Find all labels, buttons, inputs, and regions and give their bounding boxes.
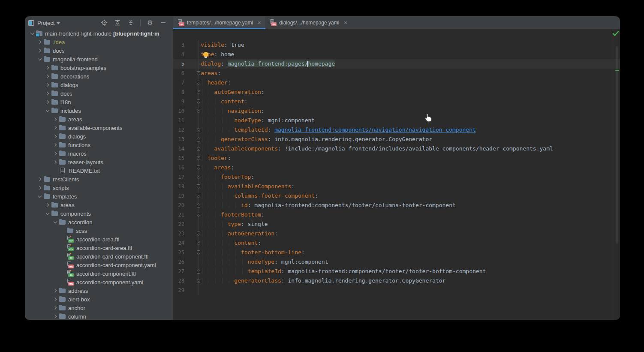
tree-item[interactable]: decorations [25, 72, 173, 81]
tree-item[interactable]: alert-box [25, 295, 173, 304]
code-text[interactable]: tpe: home [199, 50, 620, 59]
chevron-right-icon[interactable] [44, 92, 51, 95]
chevron-down-icon[interactable] [44, 213, 51, 214]
code-text[interactable]: │ │ │ │ │ │ footer-bottom-line: [199, 248, 620, 257]
collapse-all-icon[interactable] [127, 19, 135, 27]
code-line[interactable]: 10│ │ │ │ navigation: [173, 106, 620, 116]
code-text[interactable]: │ │ │ │ │ columns-footer-component: [199, 191, 620, 201]
chevron-right-icon[interactable] [44, 66, 51, 69]
fold-marker-icon[interactable] [196, 241, 201, 246]
fold-marker-icon[interactable] [196, 108, 201, 114]
chevron-right-icon[interactable] [51, 152, 59, 155]
fold-marker-icon[interactable] [196, 193, 201, 199]
code-line[interactable]: 16│ │ areas: [173, 163, 620, 172]
code-line[interactable]: 17│ │ │ footerTop: [173, 172, 620, 182]
tree-item[interactable]: restClients [25, 175, 173, 184]
fold-marker-icon[interactable] [196, 137, 201, 142]
tree-item[interactable]: includes [25, 106, 173, 115]
code-line[interactable]: 27│ │ │ │ │ │ │ templateId: magnolia-fro… [173, 267, 620, 276]
tree-item[interactable]: docs [25, 89, 173, 98]
fold-marker-icon[interactable] [196, 165, 201, 170]
fold-marker-icon[interactable] [196, 71, 201, 76]
fold-marker-icon[interactable] [196, 174, 201, 180]
tree-item[interactable]: areas [25, 115, 173, 123]
code-line[interactable]: 26│ │ │ │ │ │ │ nodeType: mgnl:component [173, 257, 620, 267]
chevron-down-icon[interactable] [36, 196, 44, 197]
tree-item[interactable]: areas [25, 201, 173, 209]
settings-gear-icon[interactable]: ⚙ [146, 19, 154, 27]
code-text[interactable]: │ │ │ │ availableComponents: [199, 182, 620, 191]
code-text[interactable]: │ │ │ │ │ │ id: magnolia-frontend:compon… [199, 201, 620, 210]
expand-all-icon[interactable] [114, 19, 121, 27]
chevron-right-icon[interactable] [44, 75, 51, 78]
tree-item[interactable]: anchor [25, 304, 173, 312]
code-line[interactable]: 13│ │ │ generatorClass: info.magnolia.re… [173, 135, 620, 144]
chevron-right-icon[interactable] [51, 135, 59, 138]
tree-item[interactable]: README.txt [25, 166, 173, 175]
code-line[interactable]: 14│ │ availableComponents: !include:/mag… [173, 144, 620, 153]
code-text[interactable]: │ │ areas: [199, 163, 620, 172]
chevron-right-icon[interactable] [51, 289, 59, 292]
tree-item[interactable]: dialogs [25, 132, 173, 141]
fold-marker-icon[interactable] [196, 90, 201, 95]
code-line[interactable]: 6areas: [173, 69, 620, 78]
code-text[interactable]: │ │ │ │ navigation: [199, 106, 620, 116]
code-line[interactable]: 28│ │ │ │ │ generatorClass: info.magnoli… [173, 276, 620, 286]
chevron-right-icon[interactable] [51, 315, 59, 318]
code-line[interactable]: 4tpe: home [173, 50, 620, 59]
fold-marker-icon[interactable] [196, 184, 201, 189]
code-text[interactable]: areas: [199, 69, 620, 78]
chevron-down-icon[interactable] [57, 22, 60, 24]
code-line[interactable]: 19│ │ │ │ │ columns-footer-component: [173, 191, 620, 201]
editor-tab-1[interactable]: templates/.../homepage.yaml✕ [173, 16, 265, 29]
chevron-right-icon[interactable] [51, 118, 59, 120]
code-line[interactable]: 29 [173, 286, 620, 295]
code-text[interactable]: │ │ │ │ │ generatorClass: info.magnolia.… [199, 276, 620, 286]
chevron-right-icon[interactable] [36, 187, 44, 189]
editor-scrollbar[interactable] [616, 46, 618, 244]
chevron-right-icon[interactable] [44, 204, 51, 206]
project-tree[interactable]: main-frontend-light-module [blueprint-li… [25, 29, 173, 320]
tree-item[interactable]: components [25, 209, 173, 218]
tree-item[interactable]: docs [25, 46, 173, 55]
code-text[interactable]: │ │ │ generatorClass: info.magnolia.rend… [199, 135, 620, 144]
code-line[interactable]: 23│ │ │ │ autoGeneration: [173, 229, 620, 238]
tree-item[interactable]: bootstrap-samples [25, 63, 173, 72]
code-text[interactable]: │ │ │ │ │ │ │ nodeType: mgnl:component [199, 257, 620, 267]
code-line[interactable]: 12│ │ │ │ │ templateId: magnolia-fronten… [173, 125, 620, 135]
chevron-right-icon[interactable] [36, 41, 44, 43]
chevron-right-icon[interactable] [51, 161, 59, 163]
code-line[interactable]: 18│ │ │ │ availableComponents: [173, 182, 620, 191]
code-text[interactable]: │ │ │ │ │ content: [199, 238, 620, 248]
code-line[interactable]: 20│ │ │ │ │ │ id: magnolia-frontend:comp… [173, 201, 620, 210]
code-text[interactable]: │ │ availableComponents: !include:/magno… [199, 144, 620, 153]
tree-item[interactable]: dialogs [25, 81, 173, 89]
code-line[interactable]: 22│ │ │ │ type: single [173, 220, 620, 229]
code-text[interactable]: │ │ autoGeneration: [199, 87, 620, 97]
fold-marker-icon[interactable] [196, 231, 201, 236]
chevron-down-icon[interactable] [44, 110, 51, 111]
code-text[interactable]: │ │ │ │ │ │ │ templateId: magnolia-front… [199, 267, 620, 276]
code-text[interactable]: │ │ │ footerTop: [199, 172, 620, 182]
tree-item[interactable]: macros [25, 149, 173, 158]
code-line[interactable]: 9│ │ │ content: [173, 97, 620, 106]
fold-marker-icon[interactable] [196, 203, 201, 208]
tab-close-icon[interactable]: ✕ [257, 20, 261, 26]
tab-close-icon[interactable]: ✕ [343, 20, 347, 26]
inspections-ok-check-icon[interactable] [612, 30, 619, 38]
code-text[interactable]: │ │ │ content: [199, 97, 620, 106]
tree-item[interactable]: column [25, 312, 173, 320]
fold-marker-icon[interactable] [196, 250, 201, 255]
project-panel-title[interactable]: Project [37, 20, 54, 26]
chevron-right-icon[interactable] [36, 49, 44, 52]
fold-marker-icon[interactable] [196, 269, 201, 274]
editor-pane[interactable]: 3visible: true4tpe: home5dialog: magnoli… [173, 29, 620, 320]
code-line[interactable]: 21│ │ │ footerBottom: [173, 210, 620, 220]
chevron-right-icon[interactable] [51, 307, 59, 309]
hide-panel-icon[interactable] [159, 19, 167, 27]
fold-marker-icon[interactable] [196, 156, 201, 161]
chevron-down-icon[interactable] [36, 58, 44, 60]
code-text[interactable] [199, 286, 620, 295]
tree-item[interactable]: main-frontend-light-module [blueprint-li… [25, 29, 173, 38]
fold-marker-icon[interactable] [196, 146, 201, 151]
